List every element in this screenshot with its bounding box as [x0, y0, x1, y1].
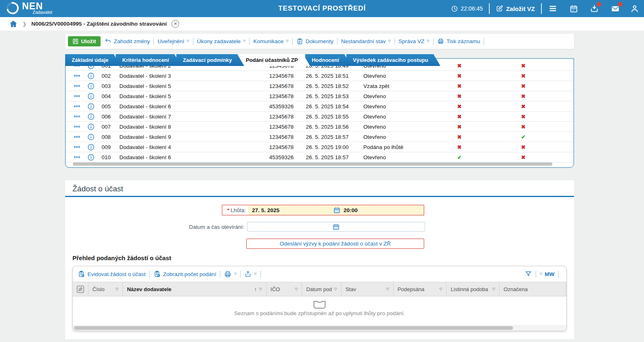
- info-icon[interactable]: [88, 72, 101, 79]
- toolbar-item-nestandardni-stav[interactable]: Nestandardní stav▽: [341, 38, 391, 44]
- info-icon[interactable]: [88, 144, 101, 151]
- more-actions-icon[interactable]: [74, 115, 88, 118]
- calendar-icon[interactable]: [570, 4, 578, 13]
- deadline-time-value[interactable]: 20:00: [344, 207, 358, 213]
- filter-dropdown-icon[interactable]: ▽: [259, 287, 262, 291]
- more-actions-icon[interactable]: [74, 125, 88, 128]
- user-icon[interactable]: [630, 4, 639, 13]
- more-actions-icon[interactable]: [74, 156, 88, 159]
- row-actions-cell[interactable]: [74, 74, 88, 77]
- filter-dropdown-icon[interactable]: ▽: [334, 287, 337, 291]
- create-vz-button[interactable]: Založit VZ: [496, 5, 535, 12]
- tab-podani-ucastniku-zp[interactable]: Podání účastníků ZP: [239, 54, 310, 66]
- deadline-date-value[interactable]: 27. 5. 2025: [248, 207, 333, 213]
- row-info-cell[interactable]: [88, 83, 101, 90]
- info-icon[interactable]: [88, 103, 101, 110]
- row-actions-cell[interactable]: [74, 145, 88, 149]
- print-table-button[interactable]: ▽: [224, 270, 237, 278]
- info-icon[interactable]: [88, 93, 101, 100]
- info-icon[interactable]: [88, 123, 101, 130]
- toolbar-item-uverejneni[interactable]: Uveřejnění▽: [158, 38, 189, 44]
- row-actions-cell[interactable]: [74, 115, 88, 118]
- table-row[interactable]: 010Dodavatel - školení 64535932626. 5. 2…: [66, 152, 574, 162]
- column-header-ico[interactable]: IČO▽: [267, 282, 302, 296]
- filter-dropdown-icon[interactable]: ▽: [492, 287, 495, 291]
- column-config-cell[interactable]: [73, 282, 88, 296]
- info-icon[interactable]: [88, 134, 101, 140]
- horizontal-scrollbar[interactable]: [73, 162, 552, 166]
- column-header-nazev-dodavatele[interactable]: Název dodavatele↑▽: [123, 282, 267, 296]
- tab-hodnoceni[interactable]: Hodnocení: [305, 54, 351, 66]
- tab-zakladni-udaje[interactable]: Základní údaje: [65, 54, 120, 66]
- more-actions-icon[interactable]: [74, 145, 88, 149]
- calendar-picker-icon[interactable]: [333, 224, 340, 230]
- column-header-oznacena[interactable]: Označena: [499, 282, 566, 296]
- menu-icon[interactable]: [548, 4, 558, 13]
- calendar-picker-icon[interactable]: [333, 207, 340, 214]
- row-actions-cell[interactable]: [74, 156, 88, 159]
- deadline-input[interactable]: 27. 5. 2025 20:00: [248, 205, 424, 215]
- row-actions-cell[interactable]: [74, 135, 88, 138]
- more-actions-icon[interactable]: [74, 84, 88, 88]
- toolbar-item-zahodit-zmeny[interactable]: Zahodit změny: [105, 38, 150, 45]
- evidovat-zadost-button[interactable]: Evidovat žádost o účast: [78, 270, 146, 278]
- nen-logo[interactable]: NEN Zadavatel: [7, 2, 52, 15]
- opening-input[interactable]: [247, 222, 425, 232]
- table-row[interactable]: 008Dodavatel - školení 91234567826. 5. 2…: [66, 132, 574, 142]
- table-row[interactable]: 005Dodavatel - školení 64535932626. 5. 2…: [66, 101, 574, 112]
- mw-toggle[interactable]: ▽MW: [540, 271, 554, 277]
- toolbar-item-komunikace[interactable]: Komunikace▽: [253, 38, 288, 44]
- messages-indicator[interactable]: [611, 4, 620, 13]
- table-row[interactable]: 002Dodavatel - školení 31234567826. 5. 2…: [66, 71, 574, 81]
- more-actions-icon[interactable]: [74, 135, 88, 138]
- filter-dropdown-icon[interactable]: ▽: [439, 287, 442, 291]
- table-row[interactable]: 007Dodavatel - školení 81234567826. 5. 2…: [66, 122, 574, 132]
- info-icon[interactable]: [88, 83, 101, 90]
- row-actions-cell[interactable]: [74, 125, 88, 128]
- table-row[interactable]: 009Dodavatel - školení 41234567826. 5. 2…: [66, 142, 574, 152]
- tab-kriteria-hodnoceni[interactable]: Kritéria hodnocení: [116, 54, 181, 66]
- save-button[interactable]: Uložit: [68, 36, 101, 46]
- tab-vysledek-zadavaciho-postupu[interactable]: Výsledek zadávacího postupu: [346, 54, 440, 66]
- tab-zadavaci-podminky[interactable]: Zadávací podmínky: [176, 54, 244, 66]
- more-actions-icon[interactable]: [74, 74, 88, 77]
- table-row[interactable]: 004Dodavatel - školení 51234567826. 5. 2…: [66, 91, 574, 101]
- column-header-stav[interactable]: Stav▽: [342, 282, 394, 296]
- filter-dropdown-icon[interactable]: ▽: [116, 287, 118, 291]
- row-actions-cell[interactable]: [74, 94, 88, 98]
- column-header-cislo[interactable]: Číslo▽: [88, 282, 123, 296]
- export-button[interactable]: ▽: [244, 270, 256, 278]
- table-row[interactable]: 003Dodavatel - školení 51234567826. 5. 2…: [66, 81, 574, 91]
- row-actions-cell[interactable]: [74, 105, 88, 108]
- column-header-datum-podani[interactable]: Datum podání▽: [302, 282, 342, 296]
- filter-dropdown-icon[interactable]: ▽: [295, 287, 298, 291]
- row-info-cell[interactable]: [88, 103, 101, 110]
- column-header-podepsana[interactable]: Podepsána▽: [394, 282, 447, 296]
- table-row[interactable]: 006Dodavatel - školení 71234567826. 5. 2…: [66, 112, 574, 122]
- zobrazit-pocet-button[interactable]: Zobrazit počet podání: [153, 270, 217, 278]
- row-info-cell[interactable]: [88, 113, 101, 120]
- filter-button[interactable]: [525, 270, 532, 278]
- toolbar-item-tisk-zaznamu[interactable]: Tisk záznamu: [437, 38, 480, 45]
- info-icon[interactable]: [88, 113, 101, 120]
- downloads-indicator[interactable]: [590, 4, 599, 13]
- home-icon[interactable]: [9, 20, 18, 28]
- filter-dropdown-icon[interactable]: ▽: [386, 287, 389, 291]
- row-actions-cell[interactable]: [74, 84, 88, 88]
- row-info-cell[interactable]: [88, 154, 101, 161]
- more-actions-icon[interactable]: [74, 94, 88, 98]
- more-actions-icon[interactable]: [74, 105, 88, 108]
- row-info-cell[interactable]: [88, 123, 101, 130]
- info-icon[interactable]: [88, 154, 101, 161]
- row-info-cell[interactable]: [88, 72, 101, 79]
- column-header-listinna-podoba[interactable]: Listinná podoba▽: [447, 282, 499, 296]
- toolbar-item-sprava-vz[interactable]: Správa VZ▽: [399, 38, 429, 44]
- send-invitation-button[interactable]: Odeslání výzvy k podání žádosti o účast …: [246, 239, 424, 249]
- close-icon[interactable]: ✕: [171, 20, 179, 28]
- toolbar-item-dokumenty[interactable]: Dokumenty: [296, 38, 333, 45]
- breadcrumb-item[interactable]: N006/25/V00004995 - Zajištění závodního …: [31, 21, 166, 27]
- horizontal-scrollbar[interactable]: [74, 326, 513, 330]
- row-info-cell[interactable]: [88, 93, 101, 100]
- row-info-cell[interactable]: [88, 144, 101, 151]
- toolbar-item-ukony-zadavatele[interactable]: Úkony zadavatele▽: [197, 38, 245, 44]
